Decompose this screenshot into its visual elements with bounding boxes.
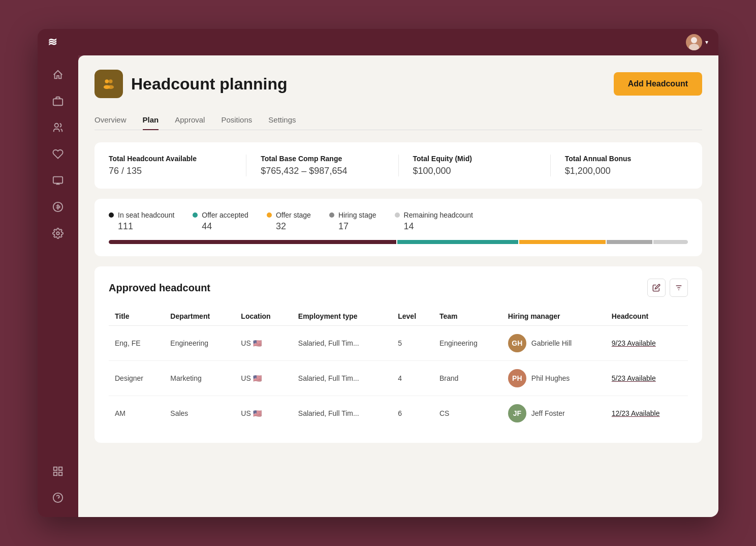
svg-rect-2: [53, 99, 62, 105]
sidebar-item-heart[interactable]: [47, 143, 69, 165]
tab-plan[interactable]: Plan: [143, 110, 159, 130]
col-level: Level: [392, 307, 433, 326]
manager-avatar: GH: [508, 334, 526, 352]
stat-annual-bonus-label: Total Annual Bonus: [565, 155, 688, 163]
svg-rect-8: [59, 467, 62, 470]
manager-name: Gabrielle Hill: [531, 339, 572, 347]
sidebar-item-grid[interactable]: [47, 460, 69, 482]
col-employment-type: Employment type: [292, 307, 392, 326]
filter-button[interactable]: [670, 279, 688, 297]
offer-stage-label: Offer stage: [276, 211, 311, 219]
app-logo: ≋: [48, 36, 58, 49]
hiring-stage-value: 17: [329, 221, 376, 232]
manager-avatar: JF: [508, 404, 526, 422]
sidebar: [38, 55, 78, 517]
cell-employment-type: Salaried, Full Tim...: [292, 326, 392, 361]
main-layout: Headcount planning Add Headcount Overvie…: [38, 55, 718, 517]
stat-base-comp-label: Total Base Comp Range: [261, 155, 384, 163]
table-row[interactable]: Eng, FE Engineering US 🇺🇸 Salaried, Full…: [109, 326, 688, 361]
stat-equity-value: $100,000: [413, 166, 536, 176]
legend-offer-stage: Offer stage 32: [267, 211, 311, 232]
manager-name: Phil Hughes: [531, 374, 570, 382]
col-team: Team: [433, 307, 502, 326]
stat-total-headcount: Total Headcount Available 76 / 135: [109, 155, 246, 176]
stats-card: Total Headcount Available 76 / 135 Total…: [94, 142, 702, 189]
cell-hiring-manager: JF Jeff Foster: [502, 396, 606, 431]
user-menu[interactable]: ▾: [686, 34, 708, 50]
cell-department: Marketing: [164, 361, 235, 396]
cell-employment-type: Salaried, Full Tim...: [292, 361, 392, 396]
page-header: Headcount planning Add Headcount: [94, 70, 702, 98]
svg-point-13: [105, 79, 109, 83]
headcount-table: Title Department Location Employment typ…: [109, 307, 688, 431]
manager-avatar: PH: [508, 369, 526, 387]
sidebar-item-briefcase[interactable]: [47, 90, 69, 112]
page-icon: [94, 70, 123, 98]
stat-annual-bonus: Total Annual Bonus $1,200,000: [565, 155, 688, 176]
stat-base-comp-value: $765,432 – $987,654: [261, 166, 384, 176]
hiring-stage-label: Hiring stage: [338, 211, 376, 219]
hiring-stage-dot: [329, 213, 334, 218]
headcount-legend: In seat headcount 111 Offer accepted 44: [109, 211, 688, 232]
svg-point-16: [108, 85, 114, 89]
edit-button[interactable]: [647, 279, 666, 297]
page-header-left: Headcount planning: [94, 70, 288, 98]
offer-stage-dot: [267, 213, 272, 218]
cell-hiring-manager: GH Gabrielle Hill: [502, 326, 606, 361]
legend-offer-accepted: Offer accepted 44: [193, 211, 248, 232]
approved-header: Approved headcount: [109, 279, 688, 297]
in-seat-dot: [109, 213, 114, 218]
svg-rect-9: [54, 472, 57, 475]
offer-accepted-value: 44: [193, 221, 248, 232]
svg-point-3: [55, 124, 58, 127]
col-department: Department: [164, 307, 235, 326]
page-title: Headcount planning: [131, 75, 288, 94]
table-row[interactable]: Designer Marketing US 🇺🇸 Salaried, Full …: [109, 361, 688, 396]
sidebar-item-settings[interactable]: [47, 222, 69, 245]
cell-employment-type: Salaried, Full Tim...: [292, 396, 392, 431]
hiring-stage-bar: [607, 240, 653, 244]
svg-rect-10: [59, 472, 62, 475]
progress-bar: [109, 240, 688, 244]
col-headcount: Headcount: [606, 307, 688, 326]
svg-point-1: [689, 44, 699, 50]
in-seat-value: 111: [109, 221, 174, 232]
headcount-chart-card: In seat headcount 111 Offer accepted 44: [94, 199, 702, 256]
sidebar-item-device[interactable]: [47, 169, 69, 192]
tab-positions[interactable]: Positions: [221, 110, 252, 130]
approved-actions: [647, 279, 688, 297]
cell-title: Eng, FE: [109, 326, 164, 361]
tab-approval[interactable]: Approval: [175, 110, 205, 130]
main-content: Headcount planning Add Headcount Overvie…: [78, 55, 718, 517]
svg-point-6: [56, 232, 59, 235]
add-headcount-button[interactable]: Add Headcount: [614, 72, 702, 96]
cell-team: Brand: [433, 361, 502, 396]
cell-title: Designer: [109, 361, 164, 396]
legend-remaining: Remaining headcount 14: [395, 211, 473, 232]
offer-accepted-dot: [193, 213, 198, 218]
user-avatar: [686, 34, 702, 50]
cell-headcount: 5/23 Available: [606, 361, 688, 396]
cell-department: Engineering: [164, 326, 235, 361]
sidebar-item-people[interactable]: [47, 116, 69, 139]
svg-point-14: [109, 79, 113, 83]
sidebar-item-home[interactable]: [47, 64, 69, 86]
sidebar-item-dollar[interactable]: [47, 196, 69, 218]
table-row[interactable]: AM Sales US 🇺🇸 Salaried, Full Tim... 6 C…: [109, 396, 688, 431]
in-seat-label: In seat headcount: [118, 211, 174, 219]
col-location: Location: [235, 307, 292, 326]
stat-equity: Total Equity (Mid) $100,000: [413, 155, 551, 176]
stat-total-headcount-value: 76 / 135: [109, 166, 232, 176]
approved-title: Approved headcount: [109, 282, 210, 294]
remaining-value: 14: [395, 221, 473, 232]
stat-base-comp: Total Base Comp Range $765,432 – $987,65…: [261, 155, 398, 176]
cell-level: 4: [392, 361, 433, 396]
sidebar-item-help[interactable]: [47, 487, 69, 509]
cell-location: US 🇺🇸: [235, 326, 292, 361]
col-title: Title: [109, 307, 164, 326]
tabs-nav: Overview Plan Approval Positions Setting…: [94, 110, 702, 130]
app-window: ≋ ▾: [38, 29, 718, 517]
cell-location: US 🇺🇸: [235, 396, 292, 431]
tab-overview[interactable]: Overview: [94, 110, 127, 130]
tab-settings[interactable]: Settings: [268, 110, 296, 130]
